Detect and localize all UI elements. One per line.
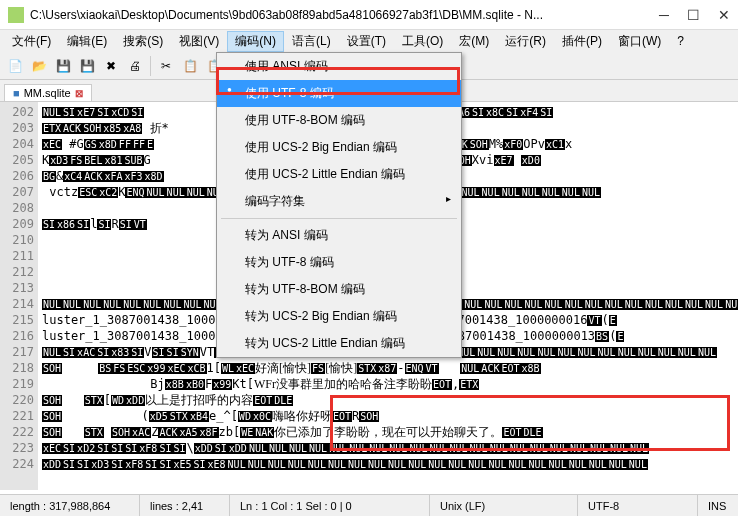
save-icon[interactable]: 💾 <box>52 55 74 77</box>
close-button[interactable]: ✕ <box>718 7 730 23</box>
encoding-menu-item[interactable]: 转为 UCS-2 Little Endian 编码 <box>217 330 461 357</box>
save-all-icon[interactable]: 💾 <box>76 55 98 77</box>
encoding-menu-item[interactable]: 编码字符集 <box>217 188 461 215</box>
menu-item[interactable]: 编码(N) <box>227 31 284 52</box>
menu-item[interactable]: 窗口(W) <box>610 31 669 52</box>
encoding-menu-item[interactable]: 使用 UCS-2 Big Endian 编码 <box>217 134 461 161</box>
encoding-menu: 使用 ANSI 编码使用 UTF-8 编码使用 UTF-8-BOM 编码使用 U… <box>216 52 462 358</box>
new-file-icon[interactable]: 📄 <box>4 55 26 77</box>
menu-item[interactable]: 宏(M) <box>451 31 497 52</box>
encoding-menu-item[interactable]: 转为 UCS-2 Big Endian 编码 <box>217 303 461 330</box>
menu-item[interactable]: 编辑(E) <box>59 31 115 52</box>
menu-item[interactable]: 搜索(S) <box>115 31 171 52</box>
menu-separator <box>221 218 457 219</box>
status-encoding: UTF-8 <box>578 495 698 516</box>
line-gutter: 2022032042052062072082092102112122132142… <box>0 102 38 490</box>
menu-item[interactable]: 工具(O) <box>394 31 451 52</box>
window-controls: ─ ☐ ✕ <box>659 7 730 23</box>
cut-icon[interactable]: ✂ <box>155 55 177 77</box>
copy-icon[interactable]: 📋 <box>179 55 201 77</box>
menu-item[interactable]: 运行(R) <box>497 31 554 52</box>
encoding-menu-item[interactable]: 转为 UTF-8 编码 <box>217 249 461 276</box>
status-bar: length : 317,988,864 lines : 2,41 Ln : 1… <box>0 494 738 516</box>
encoding-menu-item[interactable]: 转为 UTF-8-BOM 编码 <box>217 276 461 303</box>
status-lines: lines : 2,41 <box>140 495 230 516</box>
menu-bar: 文件(F)编辑(E)搜索(S)视图(V)编码(N)语言(L)设置(T)工具(O)… <box>0 30 738 52</box>
title-bar: C:\Users\xiaokai\Desktop\Documents\9bd06… <box>0 0 738 30</box>
window-title: C:\Users\xiaokai\Desktop\Documents\9bd06… <box>30 8 659 22</box>
encoding-menu-item[interactable]: 使用 ANSI 编码 <box>217 53 461 80</box>
close-file-icon[interactable]: ✖ <box>100 55 122 77</box>
status-position: Ln : 1 Col : 1 Sel : 0 | 0 <box>230 495 430 516</box>
app-icon <box>8 7 24 23</box>
encoding-menu-item[interactable]: 使用 UTF-8-BOM 编码 <box>217 107 461 134</box>
menu-item[interactable]: 插件(P) <box>554 31 610 52</box>
file-tab[interactable]: ■ MM.sqlite ⊠ <box>4 84 92 101</box>
print-icon[interactable]: 🖨 <box>124 55 146 77</box>
menu-item[interactable]: ? <box>669 32 692 50</box>
status-insert: INS <box>698 495 738 516</box>
maximize-button[interactable]: ☐ <box>687 7 700 23</box>
encoding-menu-item[interactable]: 使用 UCS-2 Little Endian 编码 <box>217 161 461 188</box>
menu-item[interactable]: 设置(T) <box>339 31 394 52</box>
encoding-menu-item[interactable]: 转为 ANSI 编码 <box>217 222 461 249</box>
menu-item[interactable]: 文件(F) <box>4 31 59 52</box>
menu-item[interactable]: 语言(L) <box>284 31 339 52</box>
status-eol: Unix (LF) <box>430 495 578 516</box>
open-file-icon[interactable]: 📂 <box>28 55 50 77</box>
tab-label: MM.sqlite <box>24 87 71 99</box>
tab-close-icon[interactable]: ⊠ <box>75 88 83 99</box>
encoding-menu-item[interactable]: 使用 UTF-8 编码 <box>217 80 461 107</box>
menu-item[interactable]: 视图(V) <box>171 31 227 52</box>
status-length: length : 317,988,864 <box>0 495 140 516</box>
minimize-button[interactable]: ─ <box>659 7 669 23</box>
